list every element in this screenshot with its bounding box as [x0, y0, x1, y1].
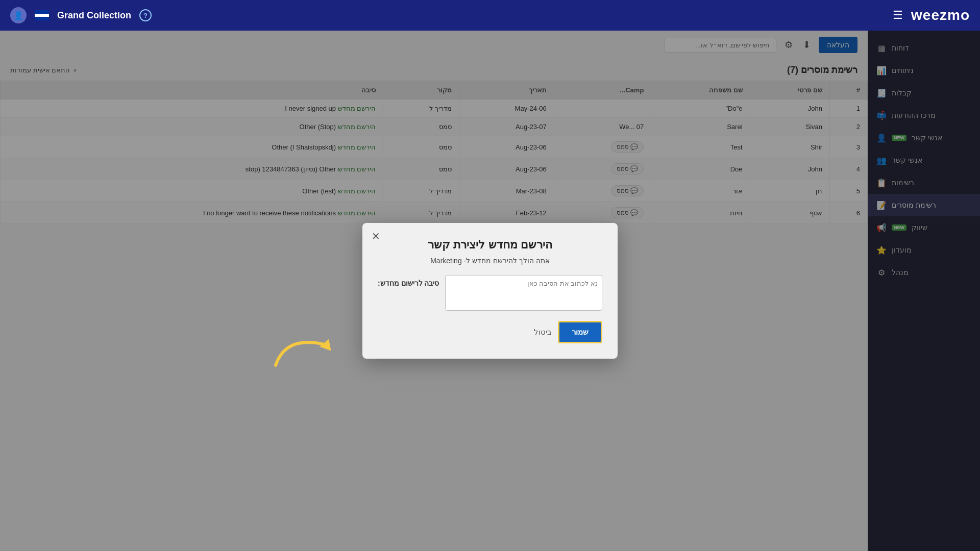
arrow-svg: [265, 314, 357, 375]
user-avatar[interactable]: 👤: [10, 7, 27, 23]
modal-field: סיבה לרישום מחדש:: [378, 275, 602, 311]
weezmo-logo: weezmo: [911, 7, 970, 23]
modal-close-button[interactable]: ✕: [372, 230, 380, 242]
navbar-left: 👤 Grand Collection ?: [10, 7, 152, 23]
flag-icon: [35, 10, 49, 20]
navbar: 👤 Grand Collection ? ☰ weezmo: [0, 0, 980, 31]
cancel-button[interactable]: ביטול: [534, 328, 552, 337]
arrow-annotation: [265, 314, 357, 378]
modal-title: הירשם מחדש ליצירת קשר: [378, 238, 602, 252]
modal-actions: שמור ביטול: [378, 321, 602, 343]
main-content: העלאה ⬇ ⚙ רשימת מוסרים (7) + התאם אישית …: [0, 31, 980, 551]
reason-textarea[interactable]: [445, 275, 602, 311]
modal-overlay: ✕ הירשם מחדש ליצירת קשר אתה הולך להירשם …: [0, 31, 980, 551]
navbar-right: ☰ weezmo: [893, 7, 970, 23]
modal: ✕ הירשם מחדש ליצירת קשר אתה הולך להירשם …: [362, 223, 618, 359]
help-icon[interactable]: ?: [139, 9, 152, 21]
save-button[interactable]: שמור: [558, 321, 602, 343]
field-label: סיבה לרישום מחדש:: [378, 275, 439, 287]
page-title: Grand Collection: [57, 10, 131, 21]
modal-subtitle: אתה הולך להירשם מחדש ל- Marketing: [378, 257, 602, 265]
menu-icon[interactable]: ☰: [893, 9, 903, 22]
svg-marker-0: [320, 337, 334, 351]
